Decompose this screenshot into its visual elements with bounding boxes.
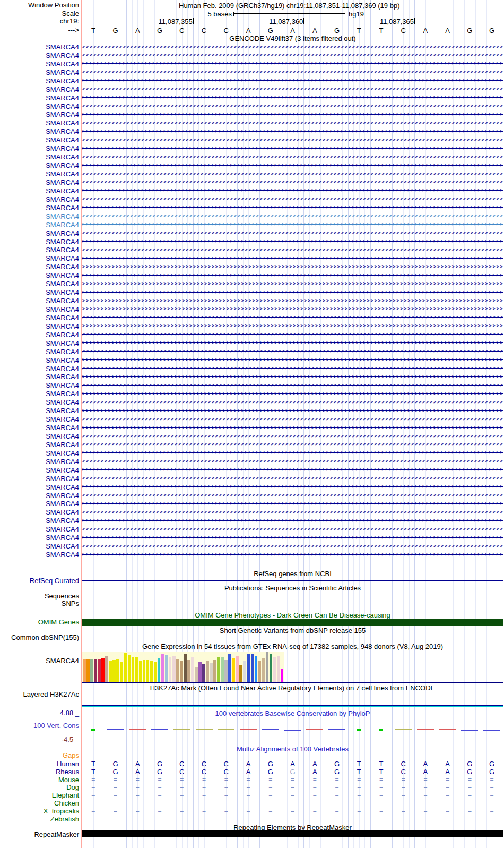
gtex-tissue-bar[interactable]: [86, 659, 90, 682]
gtex-tissue-bar[interactable]: [180, 661, 183, 682]
repeatmasker-item[interactable]: [82, 830, 503, 837]
gtex-tissue-bar[interactable]: [90, 659, 93, 682]
phylop-mark[interactable]: [328, 729, 345, 730]
gtex-tissue-bar[interactable]: [165, 655, 168, 682]
gtex-tissue-bar[interactable]: [262, 658, 265, 682]
gtex-tissue-bar[interactable]: [191, 657, 194, 682]
phylop-mark[interactable]: [284, 730, 301, 731]
transcript-gene-label[interactable]: SMARCA4: [0, 415, 79, 423]
transcript-gene-label[interactable]: SMARCA4: [0, 170, 79, 178]
transcript-gene-label[interactable]: SMARCA4: [0, 288, 79, 296]
transcript-gene-label[interactable]: SMARCA4: [0, 68, 79, 76]
gtex-tissue-bar[interactable]: [258, 661, 262, 682]
transcript-gene-label[interactable]: SMARCA4: [0, 475, 79, 483]
multiz-species-label[interactable]: Rhesus: [0, 768, 79, 776]
transcript-gene-label[interactable]: SMARCA4: [0, 110, 79, 118]
transcript-gene-label[interactable]: SMARCA4: [0, 254, 79, 262]
gtex-tissue-bar[interactable]: [255, 656, 258, 682]
gtex-tissue-bar[interactable]: [116, 659, 119, 682]
transcript-gene-label[interactable]: SMARCA4: [0, 153, 79, 161]
transcript-gene-label[interactable]: SMARCA4: [0, 331, 79, 339]
transcript-gene-label[interactable]: SMARCA4: [0, 551, 79, 559]
transcript-gene-label[interactable]: SMARCA4: [0, 373, 79, 381]
phylop-mark[interactable]: [240, 729, 257, 730]
transcript-gene-label[interactable]: SMARCA4: [0, 85, 79, 93]
gtex-tissue-bar[interactable]: [143, 660, 146, 682]
multiz-species-label[interactable]: Human: [0, 760, 79, 768]
gtex-tissue-bar[interactable]: [221, 657, 224, 682]
gtex-tissue-bar[interactable]: [158, 658, 161, 682]
transcript-gene-label[interactable]: SMARCA4: [0, 280, 79, 288]
phylop-mark[interactable]: [262, 729, 279, 730]
h3k27ac-track-label[interactable]: Layered H3K27Ac: [0, 691, 79, 698]
repeatmasker-track-label[interactable]: RepeatMasker: [0, 831, 79, 838]
omim-gene-item[interactable]: [82, 619, 503, 626]
phylop-mark[interactable]: [357, 729, 361, 731]
gtex-tissue-bar[interactable]: [161, 654, 164, 682]
transcript-gene-label[interactable]: SMARCA4: [0, 492, 79, 500]
gtex-tissue-bar[interactable]: [187, 660, 190, 682]
gtex-gene-label[interactable]: SMARCA4: [0, 657, 79, 664]
transcript-gene-label[interactable]: SMARCA4: [0, 43, 79, 51]
gtex-tissue-bar[interactable]: [202, 664, 205, 682]
gtex-tissue-bar[interactable]: [228, 654, 231, 682]
gtex-tissue-bar[interactable]: [105, 656, 108, 682]
multiz-species-label[interactable]: Chicken: [0, 799, 79, 807]
phylop-mark[interactable]: [173, 729, 190, 730]
gtex-tissue-bar[interactable]: [109, 661, 112, 682]
gtex-tissue-bar[interactable]: [154, 662, 157, 682]
gtex-tissue-bar[interactable]: [232, 658, 235, 682]
gtex-tissue-bar[interactable]: [281, 669, 284, 682]
gtex-tissue-bar[interactable]: [198, 662, 202, 682]
transcript-gene-label[interactable]: SMARCA4: [0, 381, 79, 389]
transcript-gene-label[interactable]: SMARCA4: [0, 52, 79, 59]
phylop-mark[interactable]: [417, 729, 434, 730]
gtex-tissue-bar[interactable]: [146, 660, 150, 682]
dbsnp-track-label[interactable]: Common dbSNP(155): [0, 634, 79, 641]
refseq-curated-label[interactable]: RefSeq Curated: [0, 577, 79, 584]
phylop-mark[interactable]: [395, 729, 412, 730]
transcript-gene-label[interactable]: SMARCA4: [0, 534, 79, 542]
gtex-tissue-bar[interactable]: [101, 658, 105, 682]
transcript-gene-label[interactable]: SMARCA4: [0, 365, 79, 373]
refseq-gene-item[interactable]: [82, 580, 503, 581]
transcript-gene-label[interactable]: SMARCA4: [0, 458, 79, 466]
transcript-gene-label[interactable]: SMARCA4: [0, 229, 79, 237]
transcript-gene-label[interactable]: SMARCA4: [0, 449, 79, 457]
h3k27ac-signal-line-cyan[interactable]: [82, 706, 503, 707]
gtex-tissue-bar[interactable]: [128, 655, 131, 682]
phylop-mark[interactable]: [439, 729, 456, 730]
gtex-tissue-bar[interactable]: [195, 667, 198, 682]
transcript-gene-label[interactable]: SMARCA4: [0, 525, 79, 533]
gtex-tissue-bar[interactable]: [135, 657, 138, 682]
gtex-tissue-bar[interactable]: [132, 657, 135, 682]
gtex-tissue-bar[interactable]: [236, 656, 239, 682]
phylop-mark[interactable]: [196, 729, 213, 730]
transcript-gene-label[interactable]: SMARCA4: [0, 314, 79, 322]
gtex-tissue-bar[interactable]: [277, 656, 280, 682]
transcript-gene-label[interactable]: SMARCA4: [0, 94, 79, 102]
transcript-gene-label[interactable]: SMARCA4: [0, 161, 79, 169]
snps-track-label[interactable]: SNPs: [0, 600, 79, 607]
phylop-mark[interactable]: [483, 730, 500, 731]
gtex-tissue-bar[interactable]: [150, 661, 153, 682]
gtex-tissue-bar[interactable]: [210, 663, 213, 682]
transcript-gene-label[interactable]: SMARCA4: [0, 390, 79, 398]
transcript-gene-label[interactable]: SMARCA4: [0, 356, 79, 364]
transcript-gene-label[interactable]: SMARCA4: [0, 271, 79, 279]
transcript-gene-label[interactable]: SMARCA4: [0, 119, 79, 127]
transcript-gene-label[interactable]: SMARCA4: [0, 466, 79, 474]
multiz-species-label[interactable]: Elephant: [0, 791, 79, 799]
phylop-mark[interactable]: [151, 729, 168, 730]
gtex-tissue-bar[interactable]: [206, 661, 209, 682]
transcript-gene-label[interactable]: SMARCA4: [0, 517, 79, 525]
transcript-gene-label[interactable]: SMARCA4: [0, 136, 79, 144]
gtex-tissue-bar[interactable]: [251, 654, 254, 682]
gtex-tissue-bar[interactable]: [273, 657, 276, 682]
gtex-tissue-bar[interactable]: [247, 654, 250, 682]
gtex-tissue-bar[interactable]: [217, 657, 220, 682]
transcript-gene-label[interactable]: SMARCA4: [0, 432, 79, 440]
transcript-gene-label[interactable]: SMARCA4: [0, 187, 79, 195]
phylop-mark[interactable]: [461, 730, 478, 731]
transcript-gene-label[interactable]: SMARCA4: [0, 500, 79, 508]
